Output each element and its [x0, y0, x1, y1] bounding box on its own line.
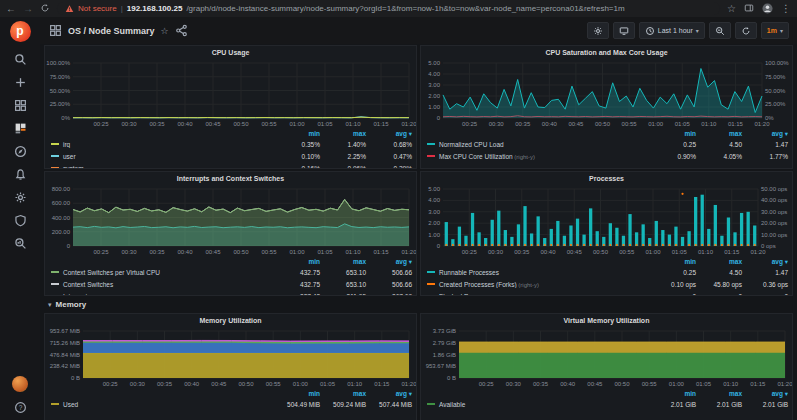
address-bar[interactable]: Not secure | 192.168.100.25 /graph/d/nod… — [57, 2, 720, 15]
svg-text:00:35: 00:35 — [157, 381, 173, 387]
svg-text:01:00: 01:00 — [648, 121, 664, 127]
gear-icon — [593, 26, 603, 36]
warning-icon — [65, 4, 74, 13]
zoom-out-button[interactable] — [709, 22, 731, 39]
legend-series-label[interactable]: user — [49, 153, 274, 160]
refresh-button[interactable] — [735, 22, 757, 39]
svg-text:75.00%: 75.00% — [765, 74, 786, 80]
section-memory[interactable]: ▾ Memory — [48, 300, 86, 309]
svg-text:00:50: 00:50 — [593, 249, 609, 255]
configuration-icon[interactable] — [13, 190, 27, 204]
legend-series-label[interactable]: Available — [425, 401, 650, 408]
panel-title[interactable]: Memory Utilization — [45, 314, 416, 327]
panel-memory-utilization: Memory Utilization 953.67 MiB715.26 MiB4… — [44, 313, 417, 420]
legend-series-label[interactable]: Max CPU Core Utilization (right-y) — [425, 153, 650, 160]
legend-sort-avg[interactable]: avg ▾ — [366, 390, 412, 398]
svg-text:01:20: 01:20 — [401, 121, 416, 127]
legend-series-label[interactable]: Context Switches — [49, 281, 274, 288]
legend-sort-min[interactable]: min — [650, 130, 696, 137]
svg-text:00:30: 00:30 — [121, 249, 137, 255]
share-icon[interactable] — [175, 24, 189, 38]
legend-value: 0.39% — [366, 165, 412, 170]
favorite-star-icon[interactable]: ☆ — [161, 26, 169, 36]
legend-series-label[interactable]: irq — [49, 141, 274, 148]
legend-series-label[interactable]: Created Processes (Forks) (right-y) — [425, 281, 650, 288]
dashboard-canvas: CPU Usage 100.00%75.00%50.00%25.00%0%00:… — [40, 44, 797, 420]
add-icon[interactable] — [13, 75, 27, 89]
legend-sort-min[interactable]: min — [650, 258, 696, 265]
legend-sort-min[interactable]: min — [274, 130, 320, 137]
grafana-sidebar: p ? — [0, 17, 40, 420]
panel-title[interactable]: Processes — [421, 172, 792, 185]
legend-sort-max[interactable]: max — [696, 130, 742, 137]
panel-title[interactable]: Interrupts and Context Switches — [45, 172, 416, 185]
legend-sort-max[interactable]: max — [320, 130, 366, 137]
explore-icon[interactable] — [13, 144, 27, 158]
legend-value: 227.43 — [274, 293, 320, 297]
svg-text:00:30: 00:30 — [506, 381, 522, 387]
legend-sort-avg[interactable]: avg ▾ — [366, 258, 412, 266]
bookmark-star-icon[interactable]: ☆ — [727, 4, 736, 14]
svg-text:00:40: 00:40 — [542, 121, 558, 127]
legend-series-label[interactable]: Normalized CPU Load — [425, 141, 650, 148]
legend-series-label[interactable]: Context Switches per Virtual CPU — [49, 269, 274, 276]
panel-processes: Processes 5.004.003.002.001.00050.00 ops… — [420, 171, 793, 296]
series-color-dash — [427, 143, 435, 145]
panel-title[interactable]: Virtual Memory Utilization — [421, 314, 792, 327]
svg-text:01:20: 01:20 — [750, 249, 766, 255]
dashboards-icon[interactable] — [13, 98, 27, 112]
svg-text:50.00%: 50.00% — [50, 88, 71, 94]
legend-sort-min[interactable]: min — [274, 258, 320, 265]
cpu-saturation-chart[interactable]: 5.004.003.002.001.000100.00%75.00%50.00%… — [421, 59, 792, 129]
memory-utilization-chart[interactable]: 953.67 MiB715.26 MiB476.84 MiB238.42 MiB… — [45, 327, 416, 389]
back-icon[interactable]: ← — [6, 4, 16, 14]
tv-mode-button[interactable] — [613, 22, 635, 39]
dashboard-title[interactable]: OS / Node Summary — [68, 26, 155, 36]
browser-profile-avatar[interactable] — [762, 3, 773, 14]
virtual-memory-chart[interactable]: 3.73 GiB2.79 GiB1.86 GiB953.67 MiB0 B00:… — [421, 327, 792, 389]
pmm-dashboards-icon[interactable] — [13, 121, 27, 135]
legend-series-label[interactable]: Blocked Processes — [425, 293, 650, 297]
server-admin-icon[interactable] — [13, 213, 27, 227]
svg-text:00:25: 00:25 — [93, 121, 109, 127]
processes-chart[interactable]: 5.004.003.002.001.00050.00 ops40.00 ops3… — [421, 185, 792, 257]
interrupts-chart[interactable]: 800.00600.00400.00200.00000:2500:3000:35… — [45, 185, 416, 257]
panel-title[interactable]: CPU Saturation and Max Core Usage — [421, 46, 792, 59]
svg-text:50.00%: 50.00% — [765, 88, 786, 94]
pmm-logo[interactable]: p — [10, 21, 31, 42]
legend-sort-avg[interactable]: avg ▾ — [742, 258, 788, 266]
legend-sort-max[interactable]: max — [320, 390, 366, 397]
legend-series-label[interactable]: system — [49, 165, 274, 170]
query-analytics-icon[interactable] — [13, 236, 27, 250]
legend-series-label[interactable]: Runnable Processes — [425, 269, 650, 276]
legend-sort-avg[interactable]: avg ▾ — [366, 130, 412, 138]
time-range-picker[interactable]: Last 1 hour▾ — [639, 22, 705, 39]
cpu-usage-chart[interactable]: 100.00%75.00%50.00%25.00%0%00:2500:3000:… — [45, 59, 416, 129]
forward-icon[interactable]: → — [23, 4, 33, 14]
help-icon[interactable]: ? — [13, 400, 27, 414]
legend-series-label[interactable]: Interrupts — [49, 293, 274, 297]
panel-title[interactable]: CPU Usage — [45, 46, 416, 59]
legend-sort-max[interactable]: max — [320, 258, 366, 265]
dashboard-settings-button[interactable] — [587, 22, 609, 39]
reload-icon[interactable] — [40, 3, 50, 15]
reading-list-icon[interactable] — [744, 3, 754, 15]
legend-value: 1.47 — [742, 141, 788, 148]
legend-sort-max[interactable]: max — [696, 258, 742, 265]
svg-text:01:00: 01:00 — [289, 121, 305, 127]
user-avatar[interactable] — [12, 376, 28, 392]
legend-series-label[interactable]: Used — [49, 401, 274, 408]
search-icon[interactable] — [13, 52, 27, 66]
legend-sort-min[interactable]: min — [274, 390, 320, 397]
refresh-interval-picker[interactable]: 1m▾ — [761, 22, 789, 39]
legend-sort-max[interactable]: max — [696, 390, 742, 397]
browser-menu-icon[interactable]: ⋮ — [781, 4, 791, 14]
legend-value: 1.77% — [742, 153, 788, 160]
svg-text:2.79 GiB: 2.79 GiB — [433, 340, 456, 346]
dashboard-grid-icon[interactable] — [48, 24, 62, 38]
alerting-icon[interactable] — [13, 167, 27, 181]
legend-sort-avg[interactable]: avg ▾ — [742, 130, 788, 138]
legend-sort-avg[interactable]: avg ▾ — [742, 390, 788, 398]
legend-sort-min[interactable]: min — [650, 390, 696, 397]
legend-value: 653.10 — [320, 281, 366, 288]
